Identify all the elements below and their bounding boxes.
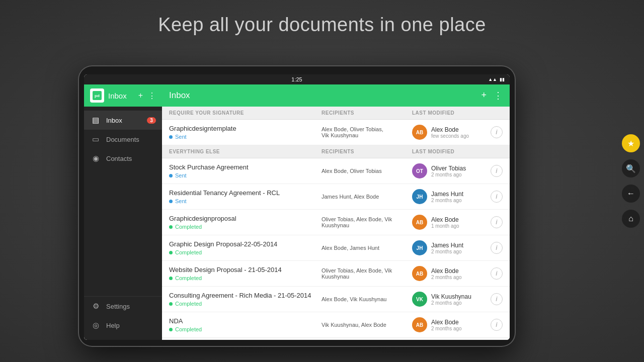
info-button[interactable]: i: [491, 126, 503, 138]
modified-name: Alex Bode: [431, 267, 462, 275]
status-dot: [169, 277, 173, 280]
info-button[interactable]: i: [491, 216, 503, 228]
avatar-initials: JH: [417, 194, 423, 200]
avatar-initials: AB: [416, 130, 423, 135]
table-row[interactable]: Consulting Agreement - Rich Media - 21-0…: [162, 287, 510, 312]
doc-name: Graphic Design Proposal-22-05-2014: [169, 240, 321, 248]
sidebar-item-documents[interactable]: ▭ Documents: [84, 130, 162, 149]
more-menu-icon[interactable]: ⋮: [148, 91, 156, 101]
require-sig-header: REQUIRE YOUR SIGNATURE RECIPIENTS LAST M…: [162, 107, 510, 120]
doc-status: Completed: [169, 224, 321, 230]
sidebar-item-inbox-label: Inbox: [106, 117, 122, 124]
status-label: Completed: [175, 275, 202, 281]
recipients-text: James Hunt, Alex Bode: [321, 194, 379, 200]
home-icon: ⌂: [628, 214, 633, 223]
table-row[interactable]: NDA Completed Vik Kuushynau, Alex Bode: [162, 312, 510, 338]
doc-status: Completed: [169, 326, 321, 332]
info-icon: i: [496, 270, 497, 277]
table-row[interactable]: Graphicdesignproposal Completed Oliver T…: [162, 210, 510, 235]
inbox-icon: ▤: [91, 116, 100, 125]
info-icon: i: [496, 193, 497, 200]
table-row[interactable]: Graphic Design Proposal-22-05-2014 Compl…: [162, 235, 510, 261]
main-content: Inbox + ⋮ REQUIRE YOUR SIGNATURE RECIPIE…: [162, 84, 510, 340]
sidebar-header-actions: + ⋮: [138, 91, 156, 101]
sidebar-item-help[interactable]: ◎ Help: [84, 316, 162, 335]
doc-name: Consulting Agreement - Rich Media - 21-0…: [169, 292, 321, 299]
doc-name: Graphicdesignproposal: [169, 215, 321, 222]
info-button[interactable]: i: [491, 191, 503, 203]
search-button[interactable]: 🔍: [622, 159, 640, 177]
doc-name: Website Design Proposal - 21-05-2014: [169, 266, 321, 274]
modified-name: Alex Bode: [431, 126, 469, 133]
table-row[interactable]: Website Design Proposal - 21-05-2014 Com…: [162, 261, 510, 287]
add-doc-icon[interactable]: +: [481, 90, 487, 101]
recipients-text: Alex Bode, Oliver Tobias,Vik Kuushynau: [321, 126, 383, 138]
sidebar-bottom: ⚙ Settings ◎ Help: [84, 296, 162, 340]
sidebar-item-settings-label: Settings: [106, 303, 130, 310]
modified-info: Oliver Tobias 2 months ago: [431, 165, 466, 177]
doc-name: Stock Purchase Agreement: [169, 163, 321, 171]
last-modified-cell: VK Vik Kuushynau 2 months ago i: [412, 292, 503, 307]
modified-name: James Hunt: [431, 242, 463, 249]
modified-time: 2 months ago: [431, 249, 463, 254]
doc-status: Sent: [169, 134, 321, 140]
status-label: Completed: [175, 224, 202, 230]
app-container: Inbox + ⋮ ▤ Inbox 3 ▭: [84, 84, 510, 340]
recipients-text: Alex Bode, Vik Kuushynau: [321, 296, 386, 302]
add-icon[interactable]: +: [138, 91, 143, 101]
table-row[interactable]: Graphicdesigntemplate Sent Alex Bode, Ol…: [162, 120, 510, 145]
sidebar-item-help-label: Help: [106, 322, 120, 329]
doc-info: Website Design Proposal - 21-05-2014 Com…: [169, 266, 321, 281]
doc-status: Completed: [169, 275, 321, 281]
doc-status: Completed: [169, 301, 321, 307]
home-button[interactable]: ⌂: [622, 210, 640, 228]
back-button[interactable]: ←: [622, 185, 640, 203]
sidebar-item-inbox[interactable]: ▤ Inbox 3: [84, 111, 162, 130]
doc-name: Graphicdesigntemplate: [169, 125, 321, 132]
table-row[interactable]: Residential Tenancy Agreement - RCL Sent…: [162, 184, 510, 210]
last-modified-cell: JH James Hunt 2 months ago i: [412, 240, 503, 255]
recipients-header-2: RECIPIENTS: [321, 149, 412, 154]
info-button[interactable]: i: [491, 293, 503, 305]
modified-time: few seconds ago: [431, 133, 469, 139]
sidebar-item-settings[interactable]: ⚙ Settings: [84, 297, 162, 316]
doc-info: Residential Tenancy Agreement - RCL Sent: [169, 189, 321, 204]
modified-info: Alex Bode few seconds ago: [431, 126, 469, 139]
logo-inner: [93, 91, 102, 100]
tablet-screen: 1:25 ▲▲ ▮▮ Inbox +: [84, 74, 510, 340]
star-icon: ★: [627, 139, 634, 148]
info-button[interactable]: i: [491, 319, 503, 331]
modified-name: Oliver Tobias: [431, 165, 466, 172]
info-icon: i: [496, 296, 497, 303]
doc-info: Graphicdesignproposal Completed: [169, 215, 321, 230]
avatar-initials: AB: [416, 271, 423, 277]
overflow-menu-icon[interactable]: ⋮: [494, 90, 503, 101]
status-dot: [169, 200, 173, 203]
avatar-initials: VK: [416, 297, 423, 302]
avatar-initials: JH: [417, 245, 423, 251]
avatar: VK: [412, 292, 427, 307]
info-icon: i: [496, 129, 497, 136]
last-modified-cell: AB Alex Bode 2 months ago i: [412, 317, 503, 332]
info-button[interactable]: i: [491, 165, 503, 177]
everything-else-label: EVERYTHING ELSE: [169, 149, 321, 154]
main-header: Inbox + ⋮: [162, 84, 510, 107]
info-button[interactable]: i: [491, 267, 503, 280]
doc-status: Completed: [169, 249, 321, 255]
doc-info: Graphic Design Proposal-22-05-2014 Compl…: [169, 240, 321, 255]
sidebar-header: Inbox + ⋮: [84, 84, 162, 107]
modified-info: Alex Bode 2 months ago: [431, 267, 462, 280]
table-row[interactable]: Stock Purchase Agreement Sent Alex Bode,…: [162, 158, 510, 184]
inbox-badge: 3: [147, 117, 156, 124]
avatar: AB: [412, 215, 427, 230]
main-header-icons: + ⋮: [481, 90, 503, 101]
star-button[interactable]: ★: [622, 134, 640, 152]
avatar-initials: AB: [416, 220, 423, 225]
modified-info: James Hunt 2 months ago: [431, 242, 463, 254]
status-label: Completed: [175, 249, 202, 255]
modified-name: James Hunt: [431, 191, 463, 198]
doc-status: Sent: [169, 172, 321, 178]
info-button[interactable]: i: [491, 242, 503, 254]
modified-info: James Hunt 2 months ago: [431, 191, 463, 203]
sidebar-item-contacts[interactable]: ◉ Contacts: [84, 149, 162, 168]
